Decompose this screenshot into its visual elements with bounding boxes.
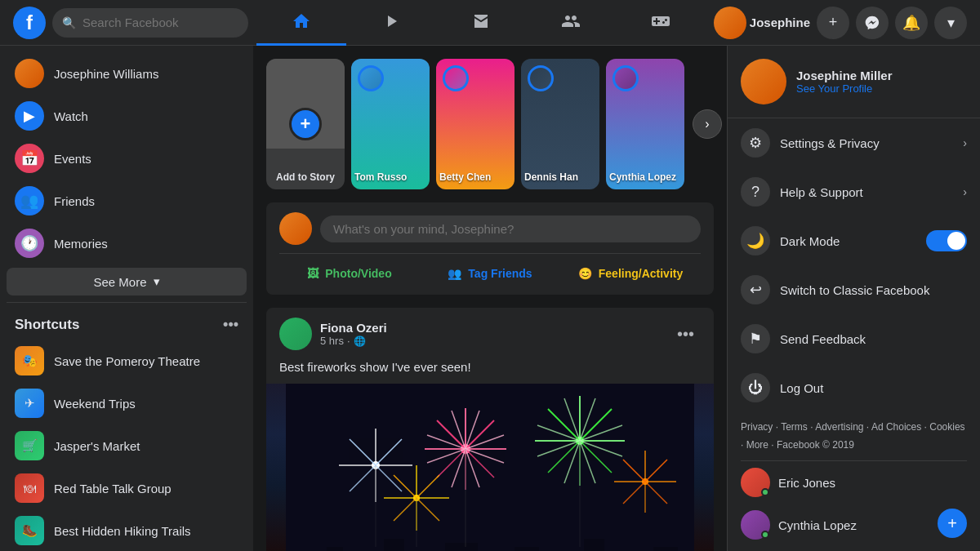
menu-classic-left: ↩ Switch to Classic Facebook	[741, 275, 929, 304]
post-options-btn[interactable]: •••	[670, 322, 701, 347]
right-panel: Josephine Miller See Your Profile ⚙ Sett…	[727, 46, 980, 551]
post-tag-btn[interactable]: 👥 Tag Friends	[420, 262, 560, 285]
shortcut-item-redtable[interactable]: 🍽 Red Table Talk Group	[7, 467, 247, 509]
post-feeling-btn[interactable]: 😊 Feeling/Activity	[560, 262, 701, 285]
svg-rect-7	[445, 543, 478, 551]
post-author-avatar	[279, 318, 312, 350]
stories-row: + Add to Story Tom Russo Betty Chen Denn…	[266, 59, 714, 189]
facebook-logo[interactable]: f	[13, 7, 46, 39]
feed-post-1: Fiona Ozeri 5 hrs · 🌐 ••• Best fireworks…	[266, 308, 714, 551]
story-tom-avatar	[358, 65, 384, 91]
post-privacy-icon: 🌐	[354, 335, 366, 347]
svg-rect-0	[286, 384, 694, 551]
new-chat-btn[interactable]: +	[938, 509, 967, 538]
nav-center	[248, 0, 714, 46]
shortcut-item-trips[interactable]: ✈ Weekend Trips	[7, 382, 247, 424]
nav-groups-btn[interactable]	[526, 0, 616, 46]
sidebar-item-friends[interactable]: 👥 Friends	[7, 180, 247, 222]
create-btn[interactable]: +	[817, 7, 849, 39]
messenger-btn[interactable]	[856, 7, 889, 39]
market-icon: 🛒	[15, 431, 44, 460]
sidebar-item-user[interactable]: Josephine Williams	[7, 52, 247, 95]
story-add-card[interactable]: + Add to Story	[266, 59, 345, 189]
nav-right: Josephine + 🔔 ▾	[714, 7, 967, 39]
sidebar-item-memories[interactable]: 🕐 Memories	[7, 222, 247, 264]
left-sidebar: Josephine Williams ▶ Watch 📅 Events 👥 Fr…	[0, 46, 253, 551]
story-add-label: Add to Story	[270, 171, 341, 183]
story-tom-name: Tom Russo	[354, 171, 426, 183]
footer-cookies[interactable]: Cookies	[929, 421, 964, 433]
contact-cynthia-name: Cynthia Lopez	[778, 518, 857, 532]
shortcut-market-label: Jasper's Market	[54, 439, 140, 453]
story-add-circle: +	[289, 108, 322, 140]
nav-user-avatar[interactable]	[714, 7, 746, 39]
memories-icon: 🕐	[15, 229, 44, 258]
nav-gaming-btn[interactable]	[616, 0, 706, 46]
sidebar-item-watch[interactable]: ▶ Watch	[7, 95, 247, 137]
shortcut-item-theater[interactable]: 🎭 Save the Pomeroy Theatre	[7, 340, 247, 382]
footer-adchoices[interactable]: Ad Choices	[871, 421, 921, 433]
shortcut-item-market[interactable]: 🛒 Jasper's Market	[7, 424, 247, 467]
menu-item-settings[interactable]: ⚙ Settings & Privacy ›	[728, 118, 980, 167]
feedback-icon: ⚑	[741, 324, 770, 353]
svg-rect-11	[584, 539, 604, 551]
profile-sub: See Your Profile	[796, 82, 893, 95]
account-btn[interactable]: ▾	[934, 7, 967, 39]
sidebar-watch-label: Watch	[54, 109, 88, 123]
story-cynthia-avatar	[612, 65, 639, 91]
search-input[interactable]	[82, 16, 238, 29]
post-text: Best fireworks show I've ever seen!	[266, 360, 714, 384]
settings-icon: ⚙	[741, 128, 770, 158]
footer-more[interactable]: More	[746, 439, 768, 451]
profile-section[interactable]: Josephine Miller See Your Profile	[728, 46, 980, 118]
nav-watch-btn[interactable]	[346, 0, 436, 46]
contact-eric[interactable]: Eric Jones	[728, 461, 980, 504]
search-bar[interactable]: 🔍	[52, 8, 248, 38]
menu-item-help[interactable]: ? Help & Support ›	[728, 167, 980, 216]
logout-icon: ⏻	[741, 373, 770, 402]
shortcut-trips-label: Weekend Trips	[54, 397, 136, 411]
sidebar-see-more-btn[interactable]: See More ▾	[7, 268, 247, 295]
menu-item-classic[interactable]: ↩ Switch to Classic Facebook	[728, 265, 980, 314]
menu-settings-left: ⚙ Settings & Privacy	[741, 128, 880, 158]
post-photo-btn[interactable]: 🖼 Photo/Video	[279, 262, 420, 285]
online-indicator	[761, 531, 769, 539]
main-layout: Josephine Williams ▶ Watch 📅 Events 👥 Fr…	[0, 46, 980, 551]
settings-chevron-icon: ›	[963, 136, 967, 149]
shortcut-redtable-label: Red Table Talk Group	[54, 482, 172, 495]
post-input[interactable]	[320, 216, 701, 242]
post-meta: 5 hrs · 🌐	[320, 335, 387, 347]
story-cynthia-name: Cynthia Lopez	[609, 171, 681, 183]
post-author-info: Fiona Ozeri 5 hrs · 🌐	[320, 321, 387, 347]
story-card-betty[interactable]: Betty Chen	[436, 59, 514, 189]
feeling-icon: 😊	[578, 267, 592, 280]
menu-item-logout[interactable]: ⏻ Log Out	[728, 363, 980, 412]
menu-item-darkmode[interactable]: 🌙 Dark Mode	[728, 216, 980, 265]
theater-icon: 🎭	[15, 346, 44, 375]
friends-icon: 👥	[15, 186, 44, 216]
footer-advertising[interactable]: Advertising	[815, 421, 863, 433]
post-user-avatar	[279, 212, 312, 245]
nav-marketplace-btn[interactable]	[436, 0, 526, 46]
story-card-dennis[interactable]: Dennis Han	[521, 59, 599, 189]
story-card-cynthia[interactable]: Cynthia Lopez	[606, 59, 684, 189]
tag-icon: 👥	[448, 267, 461, 280]
darkmode-toggle[interactable]	[926, 230, 967, 251]
sidebar-item-events[interactable]: 📅 Events	[7, 137, 247, 180]
menu-help-left: ? Help & Support	[741, 177, 863, 207]
footer-terms[interactable]: Terms	[781, 421, 808, 433]
stories-next-btn[interactable]: ›	[693, 109, 722, 139]
shortcuts-menu-btn[interactable]: •••	[223, 316, 238, 333]
story-card-tom[interactable]: Tom Russo	[351, 59, 430, 189]
profile-info: Josephine Miller See Your Profile	[796, 69, 893, 95]
footer-privacy[interactable]: Privacy	[741, 421, 773, 433]
menu-item-feedback[interactable]: ⚑ Send Feedback	[728, 314, 980, 363]
post-feeling-label: Feeling/Activity	[599, 267, 683, 280]
redtable-icon: 🍽	[15, 473, 44, 503]
shortcut-hiking-label: Best Hidden Hiking Trails	[54, 524, 191, 538]
nav-home-btn[interactable]	[256, 0, 346, 46]
shortcut-item-hiking[interactable]: 🥾 Best Hidden Hiking Trails	[7, 509, 247, 551]
post-header-left: Fiona Ozeri 5 hrs · 🌐	[279, 318, 387, 350]
notifications-btn[interactable]: 🔔	[895, 7, 928, 39]
contact-betty[interactable]: Betty Chen	[728, 546, 980, 551]
